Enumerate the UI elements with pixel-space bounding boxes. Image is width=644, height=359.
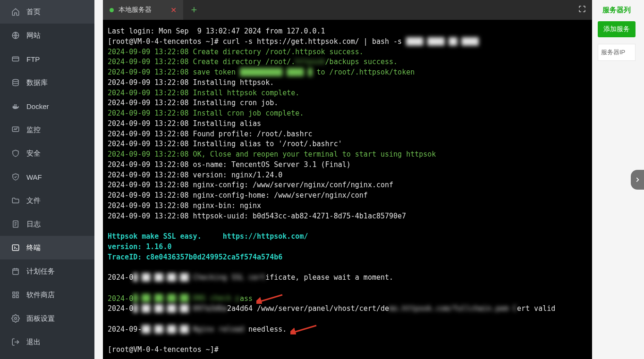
terminal-line: 2024-09-09 13:22:08 Install httpsok comp… [108, 88, 587, 99]
logout-icon [11, 338, 20, 346]
sidebar-item-label: FTP [26, 55, 40, 63]
sidebar-item-docker[interactable]: Docker [0, 94, 94, 118]
sidebar-item-home[interactable]: 首页 [0, 0, 94, 24]
sidebar-item-label: Docker [26, 102, 49, 110]
sidebar-item-label: 首页 [26, 8, 41, 17]
folder-icon [11, 196, 20, 205]
terminal-line [108, 314, 587, 325]
svg-point-11 [15, 317, 17, 320]
terminal-icon [11, 243, 20, 252]
sidebar-item-database[interactable]: 数据库 [0, 71, 94, 94]
waf-icon [11, 173, 20, 181]
sidebar: 首页网站FTP数据库Docker监控安全WAF文件日志终端计划任务软件商店面板设… [0, 0, 94, 359]
log-icon [11, 220, 20, 228]
sidebar-item-label: 软件商店 [26, 291, 55, 300]
add-server-button[interactable]: 添加服务 [598, 21, 636, 37]
terminal-line: Httpsok make SSL easy. https://httpsok.c… [108, 232, 587, 242]
svg-rect-1 [12, 57, 19, 61]
ftp-icon [11, 55, 20, 63]
terminal-line: 2024-09-09 13:22:08 httpsok-uuid: b0d543… [108, 211, 587, 222]
globe-icon [11, 31, 20, 40]
sidebar-item-label: 日志 [26, 220, 41, 229]
sidebar-item-label: 面板设置 [26, 314, 55, 323]
main-area: 本地服务器 ✕ + Last login: Mon Sep 9 13:02:47… [94, 0, 644, 359]
terminal-line: TraceID: c8e0436357b0d249952ca5f574a574b… [108, 252, 587, 263]
terminal-line: [root@VM-0-4-tencentos ~]# curl -s https… [108, 37, 587, 47]
sidebar-item-globe[interactable]: 网站 [0, 24, 94, 47]
chevron-right-icon[interactable] [631, 170, 644, 190]
terminal-line: 2024-09-09 13:22:08 nginx-bin: nginx [108, 201, 587, 211]
svg-rect-9 [13, 296, 15, 298]
terminal-line: 2024-09-09 13:22:08 Installing httpsok. [108, 78, 587, 88]
terminal-line: 2024-09-09 13:22:08 Install cron job com… [108, 109, 587, 119]
svg-rect-6 [13, 269, 18, 275]
settings-icon [11, 314, 20, 323]
terminal-line [108, 283, 587, 293]
sidebar-item-shield[interactable]: 安全 [0, 142, 94, 165]
svg-rect-7 [13, 292, 15, 294]
status-dot-icon [110, 8, 114, 12]
terminal-line: 2024-0█-██ ██:██:██ DNS check pass [108, 293, 587, 304]
terminal-line: 2024-09-09 13:22:08 Create directory /ro… [108, 57, 587, 67]
terminal-line: 2024-09-██ ██:██:██ Nginx reload needles… [108, 324, 587, 334]
terminal-line: 2024-0█ ██ ██:██:██ 097a3d6a2a4d64 /www/… [108, 304, 587, 314]
terminal-line: 2024-09-09 13:22:08 save token █████████… [108, 67, 587, 78]
fullscreen-icon[interactable] [578, 5, 586, 15]
close-tab-icon[interactable]: ✕ [170, 6, 177, 15]
terminal-tabs-bar: 本地服务器 ✕ + [103, 0, 592, 20]
sidebar-item-settings[interactable]: 面板设置 [0, 307, 94, 330]
sidebar-item-waf[interactable]: WAF [0, 165, 94, 189]
sidebar-item-label: 终端 [26, 243, 41, 252]
sidebar-item-label: 文件 [26, 196, 41, 205]
terminal-line: 2024-09-09 13:22:08 Installing alias to … [108, 139, 587, 150]
terminal-line: Last login: Mon Sep 9 13:02:47 2024 from… [108, 26, 587, 37]
terminal-line: [root@VM-0-4-tencentos ~]# [108, 345, 587, 355]
sidebar-item-folder[interactable]: 文件 [0, 189, 94, 212]
docker-icon [11, 102, 20, 110]
terminal-line: 2024-09-09 13:22:08 Found profile: /root… [108, 129, 587, 140]
tab-label: 本地服务器 [119, 6, 152, 14]
sidebar-item-monitor[interactable]: 监控 [0, 118, 94, 142]
sidebar-item-label: 监控 [26, 125, 41, 134]
shield-icon [11, 149, 20, 158]
sidebar-item-label: 安全 [26, 149, 41, 158]
store-icon [11, 291, 20, 299]
sidebar-item-label: WAF [26, 173, 42, 181]
terminal-line [108, 221, 587, 232]
svg-line-13 [294, 326, 316, 332]
terminal-line: 2024-09-09 13:22:08 version: nginx/1.24.… [108, 170, 587, 181]
sidebar-item-label: 退出 [26, 338, 41, 347]
sidebar-item-log[interactable]: 日志 [0, 212, 94, 236]
svg-point-2 [13, 79, 18, 82]
server-ip-box: 服务器IP [598, 44, 636, 61]
sidebar-item-schedule[interactable]: 计划任务 [0, 259, 94, 283]
sidebar-item-terminal[interactable]: 终端 [0, 236, 94, 259]
svg-rect-10 [17, 296, 19, 298]
terminal-line [108, 262, 587, 273]
terminal-line: version: 1.16.0 [108, 242, 587, 252]
database-icon [11, 78, 20, 87]
svg-rect-8 [17, 292, 19, 294]
terminal-line: 2024-09-09 13:22:08 os-name: TencentOS S… [108, 160, 587, 170]
server-list-link[interactable]: 服务器列 [598, 0, 636, 21]
schedule-icon [11, 267, 20, 276]
new-tab-button[interactable]: + [183, 0, 205, 20]
terminal-panel: 本地服务器 ✕ + Last login: Mon Sep 9 13:02:47… [103, 0, 592, 359]
sidebar-item-label: 数据库 [26, 78, 48, 87]
sidebar-item-logout[interactable]: 退出 [0, 330, 94, 354]
svg-line-12 [260, 295, 282, 301]
terminal-tab[interactable]: 本地服务器 ✕ [103, 0, 183, 20]
arrow-annotation-icon [287, 324, 319, 334]
sidebar-item-label: 网站 [26, 31, 41, 40]
terminal-line: 2024-09-09 13:22:08 nginx-config-home: /… [108, 191, 587, 201]
terminal-line: 2024-09-09 13:22:08 nginx-config: /www/s… [108, 180, 587, 191]
terminal-line [108, 335, 587, 345]
terminal-output[interactable]: Last login: Mon Sep 9 13:02:47 2024 from… [103, 20, 592, 359]
terminal-line: 2024-09-09 13:22:08 Create directory /ro… [108, 47, 587, 58]
monitor-icon [11, 125, 20, 134]
sidebar-item-store[interactable]: 软件商店 [0, 283, 94, 307]
terminal-line: 2024-09-09 13:22:08 Installing alias [108, 119, 587, 129]
arrow-annotation-icon [253, 293, 285, 304]
server-side-panel: 服务器列 添加服务 服务器IP [598, 0, 636, 359]
sidebar-item-ftp[interactable]: FTP [0, 47, 94, 71]
